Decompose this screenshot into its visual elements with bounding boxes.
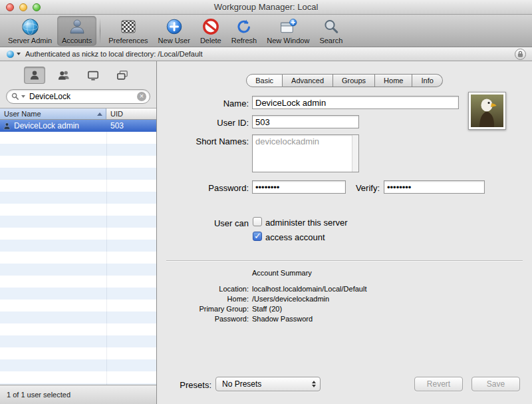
summary-location-label: Location: — [157, 285, 249, 293]
minimize-button[interactable] — [19, 3, 27, 11]
user-row-name: DeviceLock admin — [14, 121, 79, 130]
user-id-input[interactable] — [252, 115, 359, 128]
toolbar-separator — [100, 19, 100, 43]
column-header-username-label: User Name — [4, 110, 41, 118]
toolbar-search[interactable]: Search — [315, 16, 347, 46]
directory-menu-arrow-icon[interactable] — [17, 53, 21, 55]
toolbar-label: Refresh — [231, 37, 257, 45]
section-divider — [166, 260, 523, 262]
user-can-label: User can — [157, 218, 249, 228]
summary-password-label: Password: — [157, 315, 249, 323]
toolbar-label: Server Admin — [8, 37, 52, 45]
administer-checkbox-label: administer this server — [265, 218, 348, 228]
column-header-username[interactable]: User Name — [0, 108, 106, 119]
search-magnifier-icon — [11, 93, 19, 101]
presets-label: Presets: — [157, 380, 211, 390]
password-label: Password: — [157, 183, 249, 193]
refresh-icon — [235, 17, 253, 37]
sidebar-status-bar: 1 of 1 user selected — [0, 385, 156, 404]
delete-icon — [202, 17, 219, 37]
toolbar-refresh[interactable]: Refresh — [227, 16, 262, 46]
user-row-uid: 503 — [106, 121, 124, 130]
computer-group-icon — [116, 69, 129, 81]
save-button[interactable]: Save — [471, 377, 520, 391]
user-id-label: User ID: — [157, 118, 249, 128]
search-icon — [323, 17, 340, 37]
toolbar-label: New User — [158, 37, 190, 45]
user-list-header: User Name UID — [0, 108, 156, 120]
directory-globe-icon[interactable] — [7, 51, 14, 58]
short-names-box[interactable]: devicelockadmin — [252, 134, 359, 172]
new-window-icon — [279, 17, 297, 37]
user-list[interactable]: DeviceLock admin 503 — [0, 120, 156, 385]
tab-computers[interactable] — [82, 67, 104, 84]
summary-password-value: Shadow Password — [252, 315, 313, 323]
toolbar-label: Accounts — [62, 37, 92, 45]
window-body: × User Name UID DeviceLock admin — [0, 61, 532, 404]
user-row-name-cell: DeviceLock admin — [0, 121, 106, 130]
toolbar-label: New Window — [267, 37, 309, 45]
tab-groups[interactable] — [53, 67, 74, 84]
name-input[interactable] — [252, 96, 459, 109]
detail-tabs: Basic Advanced Groups Home Info — [157, 74, 532, 87]
verify-label: Verify: — [288, 183, 380, 193]
lock-button[interactable] — [515, 49, 526, 60]
name-label: Name: — [157, 99, 249, 108]
tab-advanced[interactable]: Advanced — [283, 74, 333, 87]
presets-dropdown[interactable]: No Presets — [215, 377, 321, 391]
sort-ascending-icon — [97, 112, 102, 116]
user-row-icon — [3, 122, 11, 130]
access-account-checkbox[interactable] — [253, 232, 262, 241]
verify-input[interactable] — [384, 180, 485, 194]
search-input[interactable] — [29, 92, 135, 101]
toolbar-preferences[interactable]: Preferences — [104, 16, 152, 46]
traffic-lights — [6, 3, 41, 11]
short-names-scrollbar[interactable] — [352, 135, 358, 172]
selection-count-text: 1 of 1 user selected — [7, 391, 70, 399]
administer-checkbox[interactable] — [253, 217, 262, 226]
account-summary-title: Account Summary — [252, 269, 312, 277]
title-bar: Workgroup Manager: Local — [0, 0, 532, 15]
search-clear-icon[interactable]: × — [137, 92, 146, 101]
close-button[interactable] — [6, 3, 14, 11]
group-icon — [57, 69, 70, 81]
toolbar-delete[interactable]: Delete — [196, 16, 226, 46]
toolbar-accounts[interactable]: Accounts — [57, 16, 96, 46]
computer-icon — [86, 69, 100, 81]
tab-users[interactable] — [24, 67, 45, 84]
toolbar-new-user[interactable]: New User — [154, 16, 195, 46]
workgroup-manager-window: Workgroup Manager: Local Server Admin Ac… — [0, 0, 532, 404]
padlock-icon — [517, 51, 524, 58]
toolbar-label: Preferences — [108, 37, 148, 45]
column-header-uid[interactable]: UID — [106, 108, 156, 119]
tab-info[interactable]: Info — [412, 74, 442, 87]
sidebar-search-field[interactable]: × — [6, 89, 150, 104]
toolbar-server-admin[interactable]: Server Admin — [3, 16, 57, 46]
tab-basic[interactable]: Basic — [246, 74, 283, 87]
toolbar-label: Search — [319, 37, 342, 45]
column-header-uid-label: UID — [110, 110, 123, 118]
summary-location-value: localhost.localdomain/Local/Default — [252, 285, 366, 293]
account-type-tabs — [0, 61, 156, 89]
column-divider — [106, 120, 107, 385]
user-icon — [29, 69, 41, 81]
preferences-icon — [120, 17, 137, 37]
user-picture-frame[interactable] — [468, 92, 506, 130]
revert-button[interactable]: Revert — [414, 377, 463, 391]
tab-home[interactable]: Home — [375, 74, 412, 87]
user-picture-image — [471, 95, 503, 127]
short-names-label: Short Names: — [157, 136, 249, 146]
zoom-button[interactable] — [33, 3, 41, 11]
auth-bar: Authenticated as nickz to local director… — [0, 47, 532, 61]
summary-home-value: /Users/devicelockadmin — [252, 295, 329, 303]
tab-groups[interactable]: Groups — [333, 74, 375, 87]
summary-primary-group-value: Staff (20) — [252, 305, 282, 313]
server-admin-icon — [21, 17, 39, 37]
toolbar-label: Delete — [200, 37, 221, 45]
presets-value: No Presets — [222, 379, 312, 389]
tab-computer-groups[interactable] — [112, 67, 133, 84]
toolbar-new-window[interactable]: New Window — [262, 16, 314, 46]
search-scope-arrow-icon[interactable] — [21, 95, 25, 98]
user-row[interactable]: DeviceLock admin 503 — [0, 120, 156, 132]
short-names-value: devicelockadmin — [255, 136, 319, 146]
